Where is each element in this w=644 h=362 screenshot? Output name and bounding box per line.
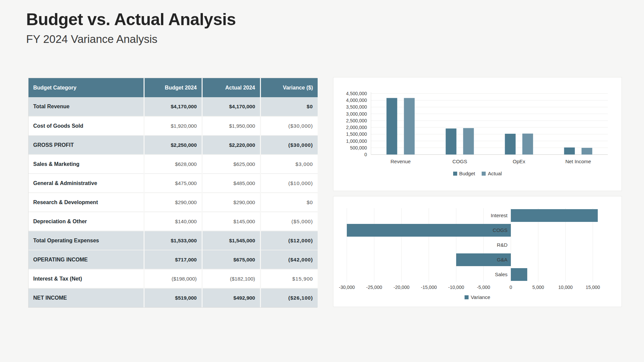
category-cell: General & Administrative [29,174,144,193]
actual-cell: $675,000 [202,250,260,269]
category-cell: Sales & Marketing [29,155,144,174]
y-axis-tick-label: 3,500,000 [346,104,367,110]
budget-cell: $140,000 [144,212,202,231]
x-axis-tick-label: -5,000 [477,285,490,290]
budget-cell: $628,000 [144,155,202,174]
actual-cell: $1,950,000 [202,116,260,135]
budget-table-card: Budget Category Budget 2024 Actual 2024 … [28,78,317,308]
legend-item-variance: Variance [465,294,490,300]
budget-vs-actual-chart-card: 0500,0001,000,0001,500,0002,000,0002,500… [333,77,622,191]
actual-cell: $625,000 [202,155,260,174]
table-row: Research & Development$290,000$290,000$0 [29,193,318,212]
category-label: Sales [495,272,507,277]
table-row: GROSS PROFIT$2,250,000$2,220,000($30,000… [29,135,318,155]
budget-cell: $475,000 [144,174,202,193]
variance-cell: ($30,000) [260,135,318,155]
category-label: G&A [497,257,507,262]
legend-label: Budget [459,171,475,176]
actual-cell: $290,000 [202,193,260,212]
budget-bar [505,134,516,155]
variance-cell: $0 [260,97,318,116]
legend-item-actual: Actual [482,171,502,176]
column-header-budget: Budget 2024 [144,78,202,97]
table-row: Total Revenue$4,170,000$4,170,000$0 [29,97,318,116]
legend-swatch [465,295,469,299]
legend-label: Variance [471,294,490,300]
x-axis-tick-label: -20,000 [393,285,410,290]
variance-cell: ($5,000) [260,212,318,231]
budget-bar [564,147,575,155]
budget-cell: $717,000 [144,250,202,269]
variance-cell: $15,900 [260,269,318,288]
variance-cell: ($30,000) [260,116,318,135]
budget-vs-actual-legend: BudgetActual [333,171,622,176]
budget-cell: $1,920,000 [144,116,202,135]
variance-cell: $3,000 [260,155,318,174]
category-cell: Total Revenue [29,97,144,116]
page-subtitle: FY 2024 Variance Analysis [26,32,236,47]
category-cell: Interest & Tax (Net) [29,269,144,288]
y-axis-tick-label: 3,000,000 [346,111,367,117]
table-row: Sales & Marketing$628,000$625,000$3,000 [29,155,318,174]
actual-cell: $4,170,000 [202,97,260,116]
table-row: Cost of Goods Sold$1,920,000$1,950,000($… [29,116,318,135]
actual-cell: $145,000 [202,212,260,231]
y-axis-tick-label: 0 [364,152,367,157]
budget-bar [446,128,457,155]
table-header-row: Budget Category Budget 2024 Actual 2024 … [29,78,318,97]
column-header-variance: Variance ($) [260,78,318,97]
category-label: Revenue [390,159,411,164]
table-row: OPERATING INCOME$717,000$675,000($42,000… [29,250,318,269]
category-cell: Cost of Goods Sold [29,116,144,135]
category-label: Interest [491,213,508,218]
actual-bar [582,148,592,155]
variance-legend: Variance [333,294,622,300]
actual-cell: $492,900 [202,288,260,307]
category-label: COGS [493,227,507,233]
category-label: COGS [452,159,467,164]
budget-vs-actual-chart: 0500,0001,000,0001,500,0002,000,0002,500… [333,77,622,169]
category-cell: Total Operating Expenses [29,231,144,250]
actual-cell: ($182,100) [202,269,260,288]
page-header: Budget vs. Actual Analysis FY 2024 Varia… [26,10,236,46]
y-axis-tick-label: 4,500,000 [346,91,367,96]
budget-cell: ($198,000) [144,269,202,288]
y-axis-tick-label: 1,500,000 [346,131,367,137]
y-axis-tick-label: 2,500,000 [346,118,367,123]
x-axis-tick-label: 10,000 [558,285,573,290]
y-axis-tick-label: 500,000 [350,145,367,150]
actual-cell: $1,545,000 [202,231,260,250]
table-row: General & Administrative$475,000$485,000… [29,174,318,193]
x-axis-tick-label: 0 [509,285,512,290]
legend-item-budget: Budget [453,171,475,176]
actual-bar [522,134,533,155]
x-axis-tick-label: -30,000 [339,285,355,290]
x-axis-tick-label: -15,000 [421,285,437,290]
budget-table: Budget Category Budget 2024 Actual 2024 … [29,78,318,307]
page-title: Budget vs. Actual Analysis [26,10,236,29]
variance-chart-card: -30,000-25,000-20,000-15,000-10,000-5,00… [333,196,622,307]
budget-cell: $2,250,000 [144,135,202,155]
variance-cell: ($42,000) [260,250,318,269]
variance-bar [511,209,598,222]
variance-cell: ($12,000) [260,231,318,250]
budget-cell: $519,000 [144,288,202,307]
x-axis-tick-label: -10,000 [448,285,464,290]
table-row: Total Operating Expenses$1,533,000$1,545… [29,231,318,250]
budget-cell: $290,000 [144,193,202,212]
budget-cell: $1,533,000 [144,231,202,250]
y-axis-tick-label: 1,000,000 [346,138,367,144]
y-axis-tick-label: 4,000,000 [346,98,367,103]
category-cell: Depreciation & Other [29,212,144,231]
column-header-actual: Actual 2024 [202,78,260,97]
x-axis-tick-label: -25,000 [366,285,382,290]
actual-bar [404,98,415,155]
variance-bar [347,224,511,237]
budget-cell: $4,170,000 [144,97,202,116]
legend-swatch [453,172,457,176]
category-cell: NET INCOME [29,288,144,307]
category-label: Net Income [565,159,591,164]
variance-cell: ($26,100) [260,288,318,307]
column-header-category: Budget Category [29,78,144,97]
category-cell: Research & Development [29,193,144,212]
